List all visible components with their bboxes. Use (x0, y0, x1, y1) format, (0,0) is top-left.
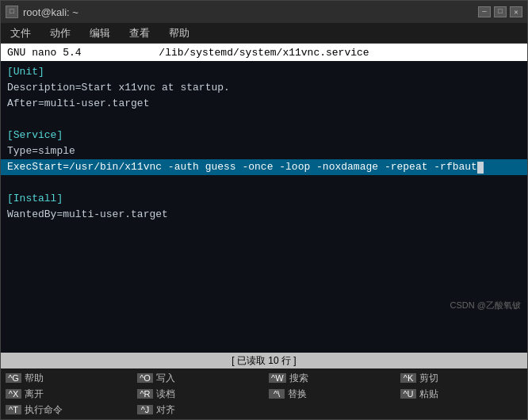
editor-line: [Unit] (1, 64, 527, 80)
editor-line: [Service] (1, 128, 527, 143)
shortcut-exit[interactable]: ^X 离开 (1, 386, 132, 402)
shortcut-label-exec: 执行命令 (25, 403, 63, 417)
shortcut-label-replace: 替换 (288, 388, 307, 401)
shortcut-label-paste: 粘贴 (419, 388, 438, 401)
shortcut-label-exit: 离开 (25, 388, 44, 401)
statusbar-area: [ 已读取 10 行 ] ^G 帮助 ^O 写入 ^W 搜索 ^K 剪切 ^X (1, 353, 527, 419)
shortcut-label-write: 写入 (156, 372, 175, 385)
shortcut-key-read: ^R (137, 389, 153, 399)
nano-filepath: /lib/systemd/system/x11vnc.service (110, 47, 419, 59)
menu-view[interactable]: 查看 (126, 25, 153, 42)
shortcut-key-paste: ^U (400, 389, 416, 399)
shortcut-align[interactable]: ^J 对齐 (132, 402, 264, 418)
window-title: root@kali: ~ (23, 6, 78, 18)
editor-line (1, 112, 527, 128)
shortcut-cut[interactable]: ^K 剪切 (396, 370, 527, 386)
nano-topbar: GNU nano 5.4 /lib/systemd/system/x11vnc.… (1, 44, 527, 61)
terminal-window: □ root@kali: ~ ─ □ ✕ 文件 动作 编辑 查看 帮助 GNU … (0, 0, 528, 420)
close-button[interactable]: ✕ (510, 6, 522, 17)
shortcut-label-read: 读档 (156, 388, 175, 401)
shortcut-key-write: ^O (137, 373, 153, 383)
shortcut-key-exec: ^T (6, 405, 21, 414)
shortcut-key-search: ^W (269, 373, 286, 383)
shortcut-search[interactable]: ^W 搜索 (264, 370, 396, 386)
shortcut-exec[interactable]: ^T 执行命令 (1, 402, 132, 418)
shortcut-read[interactable]: ^R 读档 (132, 386, 264, 402)
shortcut-key-exit: ^X (6, 389, 21, 399)
editor-area[interactable]: [Unit] Description=Start x11vnc at start… (1, 61, 527, 353)
editor-line (1, 175, 527, 191)
shortcut-empty2 (396, 402, 527, 418)
menu-help[interactable]: 帮助 (166, 25, 193, 42)
shortcut-bar: ^G 帮助 ^O 写入 ^W 搜索 ^K 剪切 ^X 离开 ^R 读档 (1, 368, 527, 419)
shortcut-help[interactable]: ^G 帮助 (1, 370, 132, 386)
shortcut-replace[interactable]: ^\ 替换 (264, 386, 396, 402)
editor-line: After=multi-user.target (1, 96, 527, 112)
editor-line: [Install] (1, 191, 527, 207)
nano-version: GNU nano 5.4 (7, 47, 110, 59)
shortcut-key-replace: ^\ (269, 389, 285, 399)
editor-line: Description=Start x11vnc at startup. (1, 80, 527, 96)
window-icon: □ (6, 6, 18, 18)
editor-line: WantedBy=multi-user.target (1, 207, 527, 223)
shortcut-label-help: 帮助 (25, 372, 44, 385)
titlebar: □ root@kali: ~ ─ □ ✕ (1, 1, 527, 23)
menu-file[interactable]: 文件 (7, 25, 34, 42)
maximize-button[interactable]: □ (494, 6, 507, 17)
shortcut-write[interactable]: ^O 写入 (132, 370, 264, 386)
window-controls: ─ □ ✕ (478, 6, 522, 17)
section-label: [Install] (7, 191, 63, 207)
shortcut-key-cut: ^K (400, 373, 416, 383)
nano-status: [ 已读取 10 行 ] (1, 353, 527, 368)
menubar: 文件 动作 编辑 查看 帮助 (1, 23, 527, 44)
cursor (477, 162, 484, 174)
section-label: [Service] (7, 128, 63, 143)
section-label: [Unit] (7, 64, 44, 80)
shortcut-label-align: 对齐 (156, 403, 175, 417)
shortcut-paste[interactable]: ^U 粘贴 (396, 386, 527, 402)
editor-text: After=multi-user.target (7, 96, 149, 112)
shortcut-label-search: 搜索 (289, 372, 308, 385)
watermark: CSDN @乙酸氧铍 (450, 300, 521, 311)
menu-edit[interactable]: 编辑 (86, 25, 113, 42)
editor-line-active: ExecStart=/usr/bin/x11vnc -auth guess -o… (1, 159, 527, 175)
minimize-button[interactable]: ─ (478, 6, 491, 17)
editor-line: Type=simple (1, 143, 527, 159)
menu-action[interactable]: 动作 (47, 25, 74, 42)
editor-text: Type=simple (7, 143, 75, 159)
shortcut-empty1 (264, 402, 396, 418)
titlebar-left: □ root@kali: ~ (6, 6, 78, 18)
shortcut-key-help: ^G (6, 373, 21, 383)
editor-text-highlight: ExecStart=/usr/bin/x11vnc -auth guess -o… (7, 159, 477, 175)
editor-text: WantedBy=multi-user.target (7, 207, 168, 223)
shortcut-key-align: ^J (137, 405, 153, 414)
shortcut-label-cut: 剪切 (419, 372, 438, 385)
editor-text: Description=Start x11vnc at startup. (7, 80, 230, 96)
